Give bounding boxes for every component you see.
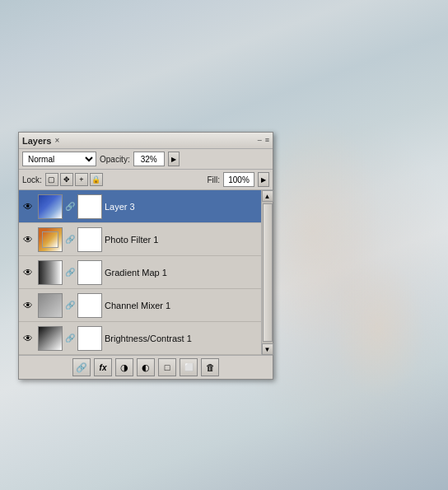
layer-visibility-eye[interactable]: 👁: [21, 289, 35, 322]
lock-all-button[interactable]: 🔒: [90, 173, 103, 186]
fill-input[interactable]: [223, 172, 254, 187]
layer-visibility-eye[interactable]: 👁: [21, 190, 35, 223]
scrollbar-up-button[interactable]: ▲: [262, 190, 273, 202]
table-row[interactable]: 👁 🔗 Photo Filter 1: [19, 223, 261, 256]
layer-content-thumb: [38, 194, 63, 219]
layer-mask-thumb: [77, 326, 102, 351]
lock-transparent-button[interactable]: ▢: [45, 173, 58, 186]
panel-close-button[interactable]: ×: [54, 136, 59, 145]
panel-title-area: Layers ×: [22, 136, 59, 146]
table-row[interactable]: 👁 🔗 Gradient Map 1: [19, 256, 261, 289]
scrollbar-track: ▲ ▼: [261, 190, 273, 355]
fill-arrow-button[interactable]: ▶: [258, 172, 269, 187]
layer-thumbnails: 🔗: [38, 194, 102, 219]
layer-name-label: Gradient Map 1: [105, 268, 259, 278]
layer-content-thumb: [38, 227, 63, 252]
layer-thumbnails: 🔗: [38, 260, 102, 285]
table-row[interactable]: 👁 🔗 Brightness/Contrast 1: [19, 322, 261, 355]
layer-chain-icon: 🔗: [65, 301, 75, 310]
lock-label: Lock:: [22, 175, 42, 184]
layer-content-thumb: [38, 260, 63, 285]
delete-layer-button[interactable]: 🗑: [201, 358, 219, 376]
blend-opacity-row: Normal Opacity: ▶: [19, 149, 273, 170]
opacity-label: Opacity:: [100, 155, 130, 164]
layer-name-label: Layer 3: [105, 202, 259, 212]
panel-title: Layers: [22, 136, 51, 146]
panel-toolbar: 🔗 fx ◑ ◐ □ ⬜ 🗑: [19, 355, 273, 379]
layer-chain-icon: 🔗: [65, 268, 75, 277]
layers-panel: Layers × – ≡ Normal Opacity: ▶ Lock: ▢ ✥…: [18, 132, 273, 380]
layer-visibility-eye[interactable]: 👁: [21, 256, 35, 289]
scrollbar-down-button[interactable]: ▼: [262, 343, 273, 355]
panel-minimize-button[interactable]: –: [258, 137, 262, 144]
layer-chain-icon: 🔗: [65, 334, 75, 343]
link-layers-button[interactable]: 🔗: [72, 358, 91, 376]
layers-list-container: 👁 🔗 Layer 3 👁 🔗 Photo Filt: [19, 190, 273, 355]
layer-visibility-eye[interactable]: 👁: [21, 223, 35, 256]
lock-fill-row: Lock: ▢ ✥ + 🔒 Fill: ▶: [19, 170, 273, 190]
layer-thumbnails: 🔗: [38, 326, 102, 351]
fill-label: Fill:: [207, 175, 220, 184]
panel-titlebar: Layers × – ≡: [19, 133, 273, 149]
layer-visibility-eye[interactable]: 👁: [21, 322, 35, 355]
layers-list: 👁 🔗 Layer 3 👁 🔗 Photo Filt: [19, 190, 261, 355]
add-mask-button[interactable]: ◑: [115, 358, 133, 376]
panel-controls: – ≡: [258, 137, 269, 144]
layer-content-thumb: [38, 326, 63, 351]
add-adjustment-button[interactable]: ◐: [137, 358, 155, 376]
layer-thumbnails: 🔗: [38, 293, 102, 318]
layer-name-label: Photo Filter 1: [105, 235, 259, 245]
layer-chain-icon: 🔗: [65, 202, 75, 211]
layer-thumbnails: 🔗: [38, 227, 102, 252]
layer-mask-thumb: [77, 293, 102, 318]
lock-icons-group: ▢ ✥ + 🔒: [45, 173, 103, 186]
layer-mask-thumb: [77, 227, 102, 252]
table-row[interactable]: 👁 🔗 Channel Mixer 1: [19, 289, 261, 322]
create-group-button[interactable]: □: [158, 358, 176, 376]
layer-mask-thumb: [77, 260, 102, 285]
opacity-arrow-button[interactable]: ▶: [168, 152, 180, 166]
lock-pixels-button[interactable]: ✥: [60, 173, 73, 186]
layer-name-label: Channel Mixer 1: [105, 301, 259, 310]
blend-mode-select[interactable]: Normal: [22, 152, 96, 166]
layer-name-label: Brightness/Contrast 1: [105, 334, 259, 343]
lock-position-button[interactable]: +: [75, 173, 88, 186]
layer-effects-button[interactable]: fx: [94, 358, 112, 376]
new-layer-button[interactable]: ⬜: [180, 358, 198, 376]
layer-mask-thumb: [77, 194, 102, 219]
opacity-input[interactable]: [133, 152, 165, 166]
table-row[interactable]: 👁 🔗 Layer 3: [19, 190, 261, 223]
layer-chain-icon: 🔗: [65, 235, 75, 244]
scrollbar-thumb[interactable]: [263, 203, 273, 342]
panel-menu-button[interactable]: ≡: [265, 137, 269, 144]
layer-content-thumb: [38, 293, 63, 318]
